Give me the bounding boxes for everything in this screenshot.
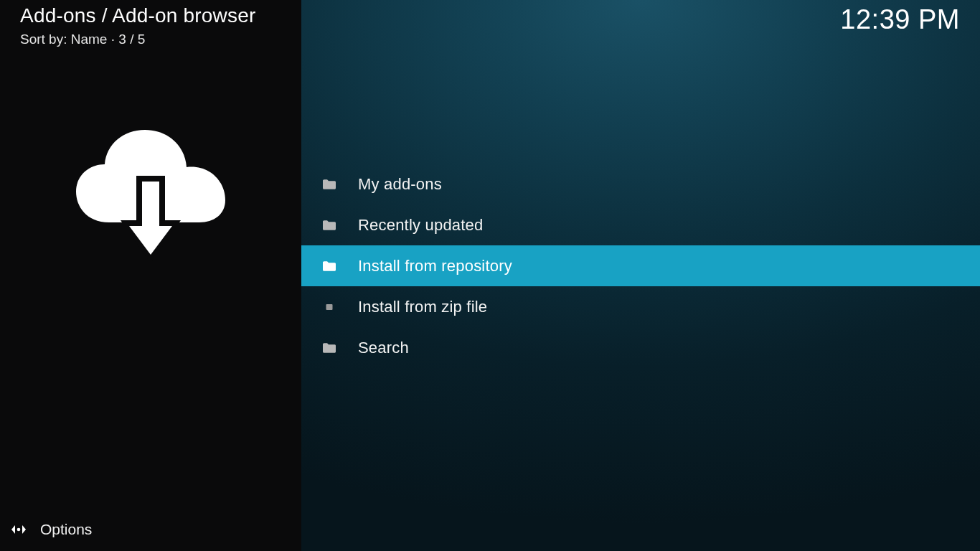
menu-item-install-from-repository[interactable]: Install from repository [301, 245, 980, 286]
menu-item-label: Install from zip file [358, 298, 487, 316]
svg-rect-1 [326, 304, 333, 310]
menu-list: My add-ons Recently updated Install from… [301, 164, 980, 368]
menu-item-my-addons[interactable]: My add-ons [301, 164, 980, 204]
menu-item-recently-updated[interactable]: Recently updated [301, 204, 980, 245]
sort-dot: · [107, 32, 118, 47]
folder-icon [322, 260, 336, 272]
options-arrows-icon [10, 521, 27, 538]
sort-value: Name [71, 32, 108, 47]
folder-icon [322, 220, 336, 231]
menu-item-label: My add-ons [358, 175, 442, 194]
sort-position: 3 / 5 [118, 32, 145, 47]
options-label: Options [40, 521, 92, 538]
menu-item-label: Install from repository [358, 257, 512, 276]
file-icon [322, 301, 336, 313]
menu-item-label: Search [358, 339, 409, 357]
breadcrumb: Add-ons / Add-on browser [20, 4, 256, 27]
options-button[interactable]: Options [0, 514, 92, 545]
sort-line: Sort by: Name · 3 / 5 [20, 32, 145, 47]
folder-icon [322, 179, 336, 190]
sidebar: Add-ons / Add-on browser Sort by: Name ·… [0, 0, 301, 551]
app-root: Add-ons / Add-on browser Sort by: Name ·… [0, 0, 980, 551]
clock: 12:39 PM [840, 4, 960, 35]
sort-prefix: Sort by: [20, 32, 71, 47]
main-panel: 12:39 PM My add-ons Recently updated Ins… [301, 0, 980, 551]
svg-point-0 [17, 528, 21, 532]
menu-item-search[interactable]: Search [301, 327, 980, 368]
folder-icon [322, 342, 336, 354]
menu-item-install-from-zip[interactable]: Install from zip file [301, 286, 980, 327]
menu-item-label: Recently updated [358, 216, 483, 235]
cloud-download-icon [72, 126, 230, 269]
